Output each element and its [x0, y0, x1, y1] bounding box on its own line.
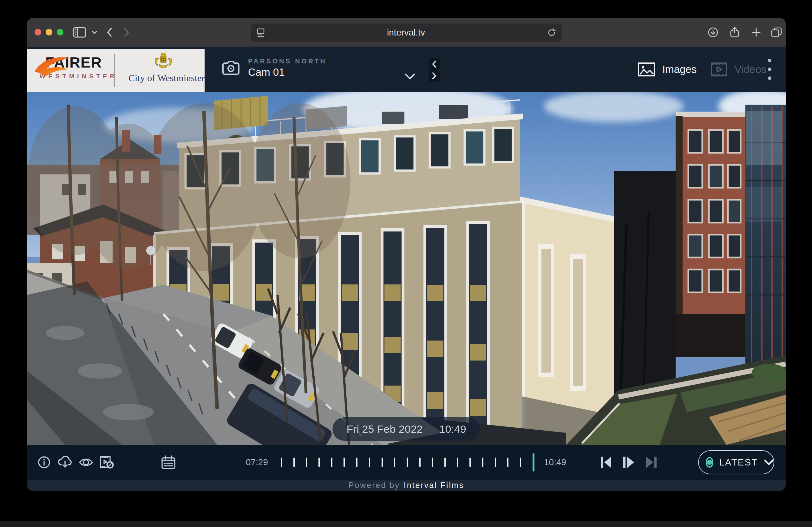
zoom-window-button[interactable] — [57, 29, 63, 35]
download-icon — [708, 27, 719, 38]
timeline-tick[interactable] — [457, 457, 458, 467]
timeline-tick[interactable] — [432, 457, 433, 467]
videos-icon — [710, 62, 728, 77]
timeline-tick[interactable] — [419, 457, 421, 467]
flame-icon — [34, 54, 72, 78]
overflow-menu-button[interactable] — [762, 47, 777, 92]
timeline-tick[interactable] — [495, 457, 496, 467]
chevron-down-icon — [764, 459, 774, 465]
calendar-icon — [161, 455, 176, 469]
chevron-down-icon — [92, 31, 97, 34]
camera-label: Cam 01 — [248, 66, 327, 78]
back-button[interactable] — [102, 18, 116, 47]
window-controls — [34, 29, 63, 35]
skip-to-end-button[interactable] — [643, 454, 659, 470]
desktop-background: interval.tv — [0, 0, 812, 527]
overlay-date: Fri 25 Feb 2022 — [346, 423, 422, 435]
latest-dropdown-chevron[interactable] — [764, 459, 774, 465]
site-label: PARSONS NORTH — [248, 57, 327, 65]
timeline-current-position[interactable] — [533, 453, 535, 471]
eye-icon — [79, 457, 93, 467]
share-button[interactable] — [727, 18, 742, 47]
calendar-button[interactable] — [161, 455, 176, 470]
player-toolbar: 07:29 10:49 LATEST — [27, 445, 786, 480]
address-bar[interactable]: interval.tv — [251, 24, 562, 42]
timeline-end-time: 10:49 — [544, 445, 566, 480]
chevron-right-icon — [432, 72, 436, 79]
skip-start-icon — [599, 455, 612, 469]
info-icon — [38, 456, 50, 469]
forward-button[interactable] — [119, 18, 133, 47]
tabs-icon — [771, 27, 782, 38]
close-window-button[interactable] — [34, 29, 41, 35]
images-icon — [638, 62, 655, 77]
video-off-icon — [100, 456, 114, 469]
download-image-button[interactable] — [57, 455, 73, 470]
construction-site-photo — [27, 92, 786, 445]
cloud-download-icon — [58, 456, 72, 469]
browser-titlebar: interval.tv — [27, 18, 786, 47]
timeline-tick[interactable] — [306, 457, 307, 467]
interval-films-link[interactable]: Interval Films — [404, 481, 464, 490]
chevron-left-icon — [107, 28, 112, 37]
previous-camera-button[interactable] — [429, 58, 440, 70]
videos-tab[interactable]: Videos — [710, 47, 766, 92]
share-icon — [729, 27, 740, 38]
browser-window: interval.tv — [27, 18, 786, 491]
chevron-left-icon — [432, 61, 436, 68]
latest-label: LATEST — [719, 457, 758, 468]
kebab-icon — [768, 59, 771, 62]
timeline-tick[interactable] — [482, 457, 483, 467]
playback-controls — [598, 445, 659, 480]
downloads-button[interactable] — [706, 18, 720, 47]
powered-by-label: Powered by — [349, 481, 400, 490]
timeline-tick[interactable] — [369, 457, 370, 467]
dock-strip — [0, 521, 812, 527]
videos-label: Videos — [735, 63, 766, 75]
city-of-westminster-label: City of Westminster — [129, 73, 198, 83]
view-toggle-button[interactable] — [78, 455, 93, 470]
play-button[interactable] — [621, 454, 637, 470]
timeline-tick[interactable] — [394, 457, 395, 467]
camera-selector[interactable]: PARSONS NORTH Cam 01 — [222, 57, 327, 78]
timeline-tick[interactable] — [318, 457, 320, 467]
tab-overview-button[interactable] — [769, 18, 784, 47]
timeline-tick[interactable] — [520, 457, 521, 467]
images-tab[interactable]: Images — [638, 47, 697, 92]
new-tab-button[interactable] — [749, 18, 764, 47]
timeline-tick[interactable] — [407, 457, 408, 467]
next-camera-button[interactable] — [429, 70, 440, 82]
info-button[interactable] — [37, 455, 52, 470]
reader-view-icon — [257, 28, 265, 37]
minimize-window-button[interactable] — [46, 29, 52, 35]
timeline-tick[interactable] — [281, 457, 282, 467]
camera-image: Fri 25 Feb 2022 10:49 — [27, 92, 786, 445]
sidebar-icon — [73, 27, 86, 38]
skip-to-start-button[interactable] — [598, 454, 614, 470]
latest-button[interactable]: LATEST — [698, 450, 774, 474]
camera-dropdown-chevron[interactable] — [404, 73, 415, 80]
skip-end-icon — [645, 455, 658, 469]
logo-divider — [114, 54, 115, 87]
timeline-tick[interactable] — [507, 457, 508, 467]
chevron-right-icon — [124, 28, 129, 37]
video-unavailable-button[interactable] — [99, 455, 115, 470]
timeline-tick[interactable] — [381, 457, 383, 467]
timeline-tick[interactable] — [356, 457, 358, 467]
reload-icon[interactable] — [547, 28, 556, 37]
chevron-down-icon — [404, 73, 415, 79]
timeline-tick[interactable] — [344, 457, 345, 467]
images-label: Images — [662, 63, 697, 75]
city-of-westminster-logo: City of Westminster — [129, 52, 198, 83]
sidebar-chevron-button[interactable] — [89, 18, 100, 47]
plus-icon — [751, 28, 761, 37]
overlay-time: 10:49 — [439, 423, 466, 435]
camera-icon — [222, 61, 240, 75]
sidebar-toggle-button[interactable] — [71, 18, 88, 47]
timeline-tick[interactable] — [469, 457, 471, 467]
timeline-tick[interactable] — [444, 457, 446, 467]
timeline-tick[interactable] — [293, 457, 295, 467]
timeline-ticks[interactable] — [281, 445, 535, 480]
timeline-start-time: 07:29 — [236, 445, 268, 480]
timeline-tick[interactable] — [331, 457, 332, 467]
